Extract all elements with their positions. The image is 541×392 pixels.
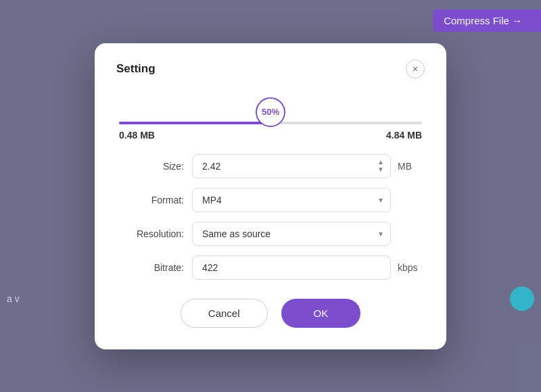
size-label: Size: [116, 161, 184, 172]
size-down-icon[interactable]: ▼ [377, 166, 384, 173]
modal-footer: Cancel OK [116, 299, 425, 328]
slider-percent-label: 50% [256, 97, 285, 127]
compress-file-label: Compress File → [444, 15, 522, 26]
format-select[interactable]: MP4 AVI MOV MKV [192, 188, 391, 212]
slider-range-labels: 0.48 MB 4.84 MB [119, 130, 422, 141]
size-row: Size: ▲ ▼ MB [116, 154, 425, 178]
resolution-label: Resolution: [116, 228, 184, 239]
modal-header: Setting × [116, 59, 425, 78]
background-text-left: a v [7, 293, 20, 304]
background-circle-decoration [510, 287, 534, 311]
bitrate-input[interactable] [192, 255, 391, 280]
size-input-wrap: ▲ ▼ [192, 154, 391, 178]
resolution-select[interactable]: Same as source 1080p 720p 480p [192, 222, 391, 246]
resolution-row: Resolution: Same as source 1080p 720p 48… [116, 222, 425, 246]
bitrate-unit: kbps [398, 262, 425, 273]
format-row: Format: MP4 AVI MOV MKV ▾ [116, 188, 425, 212]
settings-form: Size: ▲ ▼ MB Format: MP4 AVI MOV MKV ▾ [116, 154, 425, 280]
slider-max-label: 4.84 MB [386, 130, 422, 141]
size-spinner[interactable]: ▲ ▼ [377, 159, 384, 173]
bitrate-input-wrap [192, 255, 391, 280]
bitrate-label: Bitrate: [116, 262, 184, 273]
size-up-icon[interactable]: ▲ [377, 159, 384, 166]
resolution-input-wrap: Same as source 1080p 720p 480p ▾ [192, 222, 391, 246]
modal-title: Setting [116, 62, 156, 76]
settings-dialog: Setting × 50% 0.48 MB 4.84 MB Size: ▲ ▼ [95, 43, 446, 349]
close-button[interactable]: × [406, 59, 425, 78]
format-label: Format: [116, 195, 184, 205]
slider-container: 50% [119, 97, 422, 124]
format-input-wrap: MP4 AVI MOV MKV ▾ [192, 188, 391, 212]
compression-slider-section: 50% 0.48 MB 4.84 MB [116, 97, 425, 141]
slider-track-fill [119, 122, 270, 124]
bitrate-row: Bitrate: kbps [116, 255, 425, 280]
cancel-button[interactable]: Cancel [181, 299, 268, 328]
compress-file-button[interactable]: Compress File → [433, 9, 541, 32]
size-unit: MB [398, 161, 425, 172]
slider-min-label: 0.48 MB [119, 130, 155, 141]
ok-button[interactable]: OK [281, 299, 361, 328]
size-input[interactable] [192, 154, 391, 178]
